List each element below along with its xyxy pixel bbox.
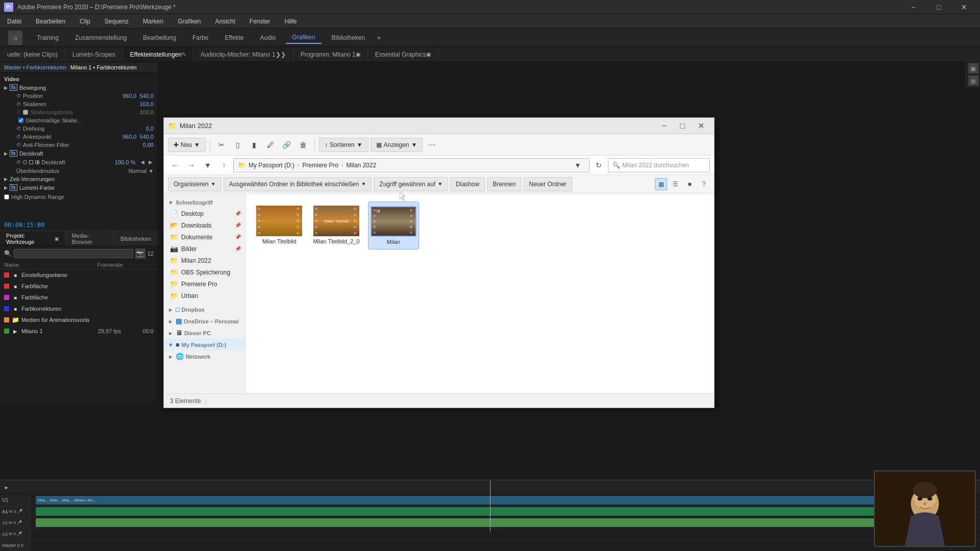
list-item[interactable]: ■ Farbfläche <box>0 292 158 303</box>
bewegung-section[interactable]: ▶ fx Bewegung <box>0 83 158 92</box>
menu-hilfe[interactable]: Hilfe <box>282 17 300 26</box>
forward-button[interactable]: → <box>184 158 199 172</box>
video-clip[interactable]: Mila... Mila... Mila... Milano-4m... <box>36 496 970 505</box>
ws-tab-source[interactable]: uelle: (keine Clips) <box>0 47 65 62</box>
menu-clip[interactable]: Clip <box>77 17 93 26</box>
proj-tab-project[interactable]: Projekt: Werkzeuge ▣ <box>0 231 66 246</box>
share-button[interactable]: 🔗 <box>280 138 294 152</box>
nav-tab-training[interactable]: Training <box>31 32 65 43</box>
menu-datei[interactable]: Datei <box>4 17 24 26</box>
grid-view-button[interactable]: ▦ <box>655 178 667 190</box>
maximize-button[interactable]: □ <box>927 0 950 14</box>
refresh-button[interactable]: ↻ <box>592 158 606 172</box>
audio-clip-a1[interactable] <box>36 507 970 516</box>
network-group[interactable]: ► 🌐 Netzwerk <box>164 350 245 362</box>
menu-ansicht[interactable]: Ansicht <box>212 17 238 26</box>
this-pc-group[interactable]: ► 🖥 Dieser PC <box>164 327 245 339</box>
menu-sequenz[interactable]: Sequenz <box>102 17 132 26</box>
recent-button[interactable]: ▼ <box>201 158 215 172</box>
back-button[interactable]: ← <box>168 158 182 172</box>
col-framerate[interactable]: Framerate <box>87 262 123 268</box>
address-part-3[interactable]: Milan 2022 <box>346 162 376 169</box>
new-folder-button[interactable]: Neuer Ordner <box>524 177 572 191</box>
burn-button[interactable]: Brennen <box>487 177 521 191</box>
include-folder-button[interactable]: Ausgewählten Ordner in Bibliothek einsch… <box>224 177 372 191</box>
close-button[interactable]: ✕ <box>952 0 976 14</box>
sidebar-item-urban[interactable]: 📁 Urban <box>164 290 245 302</box>
nav-tab-effekte[interactable]: Effekte <box>218 32 250 43</box>
delete-button[interactable]: 🗑 <box>296 138 310 152</box>
sidebar-item-obs[interactable]: 📁 OBS Speicherung <box>164 266 245 278</box>
ws-tab-audioclip[interactable]: Audioclip-Mischer: Milano 1 ❯❯ <box>193 47 293 62</box>
address-bar[interactable]: 📁 My Passport (D:) › Premiere Pro › Mila… <box>233 158 590 172</box>
home-button[interactable]: ⌂ <box>8 31 22 45</box>
menu-fenster[interactable]: Fenster <box>247 17 274 26</box>
sidebar-item-documents[interactable]: 📁 Dokumente 📌 <box>164 231 245 243</box>
file-item-milan[interactable]: 🏭 Milan <box>368 202 419 249</box>
sort-button[interactable]: ↕ Sortieren ▼ <box>319 138 369 152</box>
list-item[interactable]: ■ Farbfläche <box>0 281 158 292</box>
lumetri-farbe-section[interactable]: ▶ fx Lumetri-Farbe <box>0 183 158 192</box>
copy-button[interactable]: ▯ <box>231 138 245 152</box>
new-button[interactable]: ✚ Neu ▼ <box>168 138 206 152</box>
my-passport-group[interactable]: ▼ ■ My Passport (D:) <box>164 339 245 350</box>
nav-expand-button[interactable]: » <box>377 34 381 41</box>
access-button[interactable]: Zugriff gewähren auf ▼ <box>374 177 448 191</box>
ws-tab-lumetri[interactable]: Lumetri-Scopes <box>65 47 123 62</box>
sidebar-item-pictures[interactable]: 📷 Bilder 📌 <box>164 243 245 255</box>
organise-button[interactable]: Organisieren ▼ <box>168 177 222 191</box>
ws-tab-essential[interactable]: Essential Graphics ▣ <box>368 47 438 62</box>
sidebar-item-premiere[interactable]: 📁 Premiere Pro <box>164 278 245 290</box>
col-name[interactable]: Name <box>4 262 87 268</box>
up-button[interactable]: ↑ <box>217 158 231 172</box>
menu-marken[interactable]: Marken <box>140 17 166 26</box>
file-item-milan-titelbild-2[interactable]: Milan Titelbild Milan Titelbild_2_0 <box>311 202 362 249</box>
address-part-2[interactable]: Premiere Pro <box>302 162 338 169</box>
details-view-button[interactable]: ■ <box>683 178 696 190</box>
sidebar-item-downloads[interactable]: 📂 Downloads 📌 <box>164 219 245 231</box>
import-button[interactable]: 📷 <box>135 248 145 259</box>
list-item[interactable]: ■ Einstellungsebene <box>0 269 158 281</box>
onedrive-group[interactable]: ► ▤ OneDrive – Personal <box>164 315 245 327</box>
sidebar-item-milan2022[interactable]: 📁 Milan 2022 <box>164 255 245 266</box>
nav-tab-bearbeitung[interactable]: Bearbeitung <box>137 32 182 43</box>
nav-tab-audio[interactable]: Audio <box>254 32 282 43</box>
list-item[interactable]: 📁 Medien für Animationsvorla <box>0 314 158 325</box>
nav-tab-grafiken[interactable]: Grafiken <box>286 32 321 44</box>
panel-toggle-1[interactable]: ▦ <box>968 63 978 73</box>
ws-tab-programm[interactable]: Programm: Milano 1 ▣ <box>293 47 368 62</box>
proj-tab-mediabrowser[interactable]: Media-Browser <box>66 231 114 246</box>
search-box[interactable]: 🔍 Milan 2022 durchsuchen <box>608 158 710 172</box>
proj-tab-libraries[interactable]: Bibliotheken <box>114 231 158 246</box>
panel-toggle-2[interactable]: ▤ <box>968 76 978 86</box>
help-button[interactable]: ? <box>698 178 710 190</box>
fb-minimize-button[interactable]: − <box>655 118 673 134</box>
more-options-button[interactable]: ⋯ <box>425 138 439 152</box>
nav-tab-bibliotheken[interactable]: Bibliotheken <box>326 32 371 43</box>
fb-maximize-button[interactable]: □ <box>673 118 692 134</box>
deckkraft-section[interactable]: ▶ fx Deckkraft <box>0 149 158 158</box>
quick-access-group[interactable]: ▼ Schnellzugriff <box>164 197 245 208</box>
project-search-input[interactable] <box>14 249 133 258</box>
audio-clip-a2[interactable] <box>36 518 970 527</box>
nav-tab-farbe[interactable]: Farbe <box>186 32 214 43</box>
dropbox-group[interactable]: ► □ Dropbox <box>164 304 245 315</box>
menu-bearbeiten[interactable]: Bearbeiten <box>33 17 68 26</box>
nav-tab-zusammenstellung[interactable]: Zusammenstellung <box>69 32 133 43</box>
view-button[interactable]: ▦ Anzeigen ▼ <box>371 138 423 152</box>
address-part-1[interactable]: My Passport (D:) <box>249 162 295 169</box>
list-item[interactable]: ■ Farbkorrekturen <box>0 303 158 314</box>
list-item[interactable]: ▶ Milano 1 29,97 fps 00:0 <box>0 325 158 337</box>
slideshow-button[interactable]: Diashow <box>450 177 485 191</box>
zeit-section[interactable]: ▶ Zeit-Verzerrungen <box>0 175 158 183</box>
address-dropdown-button[interactable]: ▼ <box>571 158 585 172</box>
menu-grafiken[interactable]: Grafiken <box>175 17 204 26</box>
minimize-button[interactable]: − <box>901 0 925 14</box>
cut-button[interactable]: ✂ <box>214 138 229 152</box>
ws-tab-effekt[interactable]: Effekteinstellungen ✎ <box>123 47 193 62</box>
file-item-milan-titelbild[interactable]: Milan Titelbild <box>254 202 305 249</box>
paste-button[interactable]: ▮ <box>247 138 261 152</box>
fb-close-button[interactable]: ✕ <box>692 118 710 134</box>
sidebar-item-desktop[interactable]: 📄 Desktop 📌 <box>164 208 245 219</box>
list-view-button[interactable]: ☰ <box>669 178 681 190</box>
